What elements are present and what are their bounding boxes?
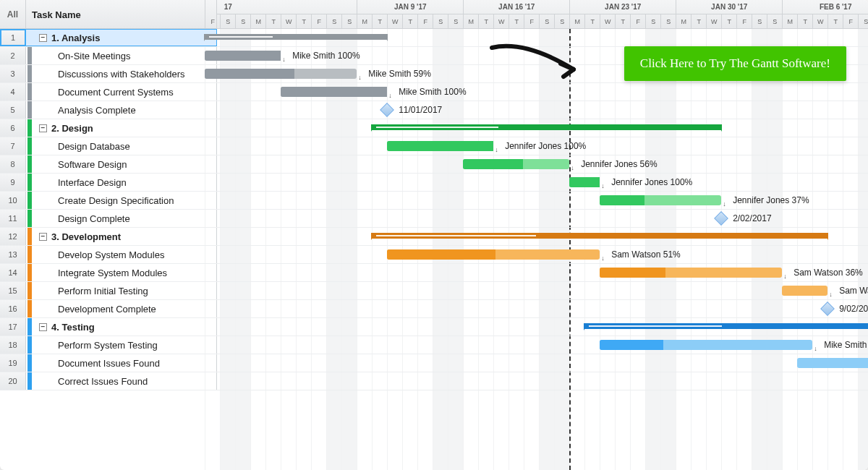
task-bar[interactable] (387, 249, 600, 260)
row-number[interactable]: 14 (0, 264, 26, 281)
dependency-arrow-icon: ↓ (829, 291, 833, 298)
row-number[interactable]: 17 (0, 318, 26, 336)
task-name: Perform System Testing (58, 340, 158, 351)
timeline-week-label: JAN 30 '17 (676, 0, 782, 14)
summary-bar[interactable] (584, 323, 868, 329)
task-bar[interactable] (600, 195, 721, 205)
task-label-cell[interactable]: Correct Issues Found (26, 372, 217, 390)
timeline-day: S (660, 14, 676, 29)
row-number[interactable]: 6 (0, 119, 26, 137)
row-number[interactable]: 7 (0, 137, 26, 155)
task-label-cell[interactable]: Document Issues Found (26, 354, 217, 372)
task-bar-label: Jennifer Jones 56% (581, 159, 657, 169)
timeline-day: M (357, 14, 372, 29)
table-row[interactable]: 9Interface Design (0, 174, 868, 192)
timeline-week-label: 17 (205, 0, 250, 14)
task-label-cell[interactable]: On-Site Meetings (26, 47, 217, 64)
row-number[interactable]: 13 (0, 246, 26, 263)
task-label-cell[interactable]: −4. Testing (26, 318, 217, 336)
task-bar[interactable] (797, 358, 868, 368)
timeline-day: F (205, 14, 220, 29)
timeline-day: W (387, 14, 402, 29)
row-number[interactable]: 9 (0, 174, 26, 191)
dependency-arrow-icon: ↓ (814, 346, 817, 352)
task-bar-label: Sam Watson 36% (793, 268, 863, 278)
table-row[interactable]: 15Perform Initial Testing (0, 282, 868, 300)
table-row[interactable]: 1−1. Analysis (0, 29, 868, 47)
timeline-day: S (235, 14, 250, 29)
task-label-cell[interactable]: Create Design Specification (26, 192, 217, 209)
timeline-day: F (843, 14, 858, 29)
task-name-column-header[interactable]: Task Name (26, 0, 217, 29)
task-bar[interactable] (600, 340, 812, 350)
task-label-cell[interactable]: Discussions with Stakeholders (26, 65, 217, 82)
row-number[interactable]: 12 (0, 228, 26, 245)
timeline-day: M (676, 14, 691, 29)
summary-bar[interactable] (372, 124, 721, 130)
timeline-day: T (615, 14, 630, 29)
task-name: 3. Development (51, 231, 121, 242)
gantt-app: All Task Name 17JAN 9 '17JAN 16 '17JAN 2… (0, 0, 868, 470)
timeline-day: T (721, 14, 736, 29)
task-label-cell[interactable]: −2. Design (26, 119, 217, 137)
row-number[interactable]: 11 (0, 210, 26, 227)
row-number[interactable]: 3 (0, 65, 26, 82)
summary-bar[interactable] (205, 34, 387, 40)
row-number[interactable]: 10 (0, 192, 26, 209)
row-number[interactable]: 15 (0, 282, 26, 299)
row-number[interactable]: 5 (0, 101, 26, 119)
timeline-day: S (326, 14, 341, 29)
table-row[interactable]: 8Software Design (0, 155, 868, 174)
task-bar[interactable] (463, 159, 569, 169)
task-label-cell[interactable]: Design Database (26, 137, 217, 155)
task-label-cell[interactable]: Develop System Modules (26, 246, 217, 263)
task-bar[interactable] (569, 177, 600, 187)
task-bar[interactable] (387, 141, 493, 151)
dependency-arrow-icon: ↓ (282, 56, 286, 63)
collapse-toggle[interactable]: − (39, 124, 47, 132)
row-number[interactable]: 8 (0, 155, 26, 173)
task-label-cell[interactable]: −3. Development (26, 228, 217, 245)
row-number[interactable]: 4 (0, 83, 26, 101)
row-number[interactable]: 18 (0, 336, 26, 354)
row-number[interactable]: 16 (0, 300, 26, 317)
table-row[interactable]: 16Development Complete (0, 300, 868, 318)
task-name: Software Design (58, 159, 127, 170)
cta-button[interactable]: Click Here to Try The Gantt Software! (624, 46, 846, 81)
timeline-day: T (827, 14, 843, 29)
select-all-cell[interactable]: All (0, 0, 26, 29)
row-number[interactable]: 19 (0, 354, 26, 372)
task-label-cell[interactable]: Design Complete (26, 210, 217, 227)
row-number[interactable]: 1 (0, 29, 26, 46)
task-bar[interactable] (281, 87, 387, 97)
collapse-toggle[interactable]: − (39, 34, 47, 42)
task-label-cell[interactable]: Integrate System Modules (26, 264, 217, 281)
dependency-arrow-icon: ↓ (783, 273, 787, 280)
task-name: 2. Design (51, 123, 93, 134)
timeline-header[interactable]: 17JAN 9 '17JAN 16 '17JAN 23 '17JAN 30 '1… (217, 0, 868, 29)
task-label-cell[interactable]: Development Complete (26, 300, 217, 317)
task-label-cell[interactable]: Perform Initial Testing (26, 282, 217, 299)
row-number[interactable]: 20 (0, 372, 26, 390)
task-label-cell[interactable]: Document Current Systems (26, 83, 217, 101)
task-bar[interactable] (600, 268, 782, 278)
task-label-cell[interactable]: Analysis Complete (26, 101, 217, 119)
timeline-day: F (311, 14, 326, 29)
collapse-toggle[interactable]: − (39, 323, 47, 331)
row-number[interactable]: 2 (0, 47, 26, 64)
table-row[interactable]: 20Correct Issues Found (0, 372, 868, 390)
table-row[interactable]: 19Document Issues Found (0, 354, 868, 372)
task-label-cell[interactable]: Interface Design (26, 174, 217, 191)
task-bar-label: Jennifer Jones 100% (505, 141, 586, 151)
task-label-cell[interactable]: Perform System Testing (26, 336, 217, 354)
task-label-cell[interactable]: Software Design (26, 155, 217, 173)
task-bar[interactable] (205, 51, 281, 61)
task-bar-label: Mike Smith 59% (368, 69, 431, 79)
collapse-toggle[interactable]: − (39, 233, 47, 241)
task-bar[interactable] (782, 286, 827, 296)
task-bar[interactable] (205, 69, 357, 79)
task-label-cell[interactable]: −1. Analysis (26, 29, 217, 46)
summary-bar[interactable] (372, 233, 827, 239)
arrow-illustration (488, 42, 582, 87)
task-bar-label: Mike Smith 100% (292, 51, 359, 61)
